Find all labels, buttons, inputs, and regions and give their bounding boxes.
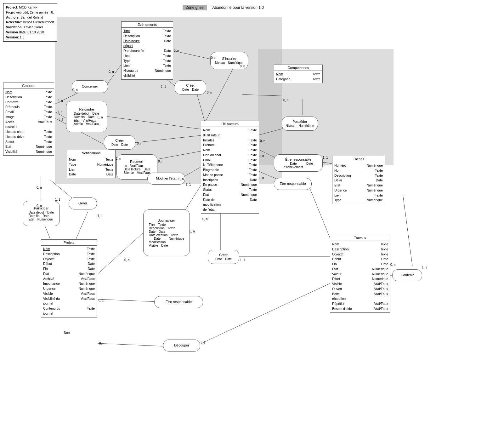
card-gerer-right: 1, 1 <box>98 214 103 218</box>
svg-line-33 <box>201 283 330 343</box>
card-modif-right: 0, n <box>178 177 184 181</box>
utilisateurs-title: Utilisateurs <box>201 121 259 127</box>
card-comp-poss: 0, n <box>283 99 289 102</box>
card-etreresp-t-right: 0, 1 <box>323 162 328 166</box>
relation-decouper: Découper <box>163 340 200 352</box>
relation-journaliser: Journaliser TitreTexte DescriptionTexte … <box>143 209 190 256</box>
card-part-right: 0, n <box>37 204 42 208</box>
card-groupes-concerner-left: 0, n <box>58 99 63 103</box>
svg-line-32 <box>98 343 168 346</box>
card-contenir-right: 1, 1 <box>422 266 427 270</box>
relation-posseder: Posséder NiveauNumérique <box>282 117 318 131</box>
gerer-title: Gérer <box>78 201 87 205</box>
groupes-title: Groupes <box>3 83 54 89</box>
card-creer-grut-right: 0, n <box>207 91 212 94</box>
authors-value: Samuel Roland <box>20 15 43 19</box>
card-notif-recevleft: 1, n <box>116 157 121 160</box>
card-sinscrire-ut: 0, n <box>240 65 245 68</box>
projets-body: NomTexte DescriptionTexte ObjectifTexte … <box>41 246 97 317</box>
relation-creer-ut-tr: Créer DateDate <box>208 250 239 264</box>
card-gerer-left: 1, 1 <box>55 198 60 201</box>
entity-projets: Projets NomTexte DescriptionTexte Object… <box>41 239 97 317</box>
journaliser-title: Journaliser <box>158 219 175 222</box>
card-recev-ut: 0, n <box>158 160 163 163</box>
competences-title: Compétences <box>274 65 322 71</box>
entity-taches: Tâches NuméroNumérique NomTexte Descript… <box>332 156 385 204</box>
notifications-body: NomTexte TypeNumérique LienTexte DateDat… <box>67 156 115 178</box>
version-date-label: Version date <box>6 30 25 34</box>
etre-responsable-p-title: Être responsable <box>166 300 192 304</box>
card-journal-left: 0, n <box>124 258 130 262</box>
concerner-title: Concerner <box>82 84 98 88</box>
project-value: MCD KanFF <box>19 5 37 9</box>
relation-creer-gr-ut: Créer DateDate <box>175 80 206 94</box>
evenements-title: Evénements <box>122 22 173 28</box>
relecture-value: Benoit Pierrehumbert <box>23 20 54 24</box>
version-date-value: 01.10.2020 <box>27 30 44 34</box>
relecture-label: Relecture <box>6 20 21 24</box>
relation-etre-responsable-travaux: Être responsable <box>274 178 312 190</box>
svg-line-20 <box>76 211 88 240</box>
project-label: Project <box>6 5 17 9</box>
relation-etre-responsable-taches: Être responsable Dated'achèvementDate <box>274 154 323 172</box>
svg-line-26 <box>307 181 331 239</box>
card-creer-evgr-left: 1, 1 <box>58 118 64 122</box>
card-creer-grut-left: 1, 1 <box>161 85 166 89</box>
card-modif-left: 1, 1 <box>186 183 191 186</box>
sinscrire-body: NiveauNumérique <box>215 61 243 65</box>
utilisateurs-body: Nomd'utilisateurTexte InitialesTexte Pré… <box>201 127 259 213</box>
groupes-body: NomTexte DescriptionTexte ContexteTexte … <box>3 89 54 155</box>
entity-notifications: Notifications NomTexte TypeNumérique Lie… <box>67 150 116 178</box>
evenements-body: TitreTexte DescriptionTexte Date/heuredé… <box>122 28 173 79</box>
projets-title: Projets <box>41 240 97 246</box>
creer-gr-ut-title: Créer <box>186 83 195 87</box>
card-creer-evgr-right: 0, n <box>137 142 142 145</box>
validation-label: Validation <box>6 25 22 29</box>
authors-label: Authors <box>6 15 19 19</box>
relation-gerer: Gérer <box>69 197 97 209</box>
legend: Zone grise = Abandonné pour la version 1… <box>183 5 264 10</box>
travaux-body: NomTexte DescriptionTexte ObjectifTexte … <box>330 241 390 312</box>
card-rejoin-groupes: 1, n <box>57 110 63 114</box>
card-creer-uttr-top: 0, n <box>202 217 208 221</box>
svg-line-21 <box>98 230 146 274</box>
card-etreresp-p-left: 0, 1 <box>99 299 104 302</box>
card-poss-ut: 0, n <box>260 139 265 143</box>
travaux-title: Travaux <box>330 235 390 241</box>
taches-title: Tâches <box>332 156 385 162</box>
version-value: 1.3 <box>20 35 25 39</box>
etre-responsable-tr-title: Être responsable <box>280 182 306 186</box>
card-etreresp-tt: 1, 1 <box>323 156 328 159</box>
entity-utilisateurs: Utilisateurs Nomd'utilisateurTexte Initi… <box>201 121 259 214</box>
card-sinscrire-ev: 0, n <box>211 56 216 60</box>
taches-body: NuméroNumérique NomTexte DescriptionText… <box>332 162 385 204</box>
sinscrire-title: S'inscrire <box>222 57 236 60</box>
relation-contenir: Contenir <box>392 269 422 281</box>
version-label: Version <box>6 35 18 39</box>
etre-responsable-t-title: Être responsable <box>285 157 311 161</box>
contenir-title: Contenir <box>401 273 414 277</box>
rejoindre-title: Rejoindre <box>79 107 94 111</box>
creer-ut-tr-title: Créer <box>219 253 228 257</box>
card-ev-sinscrire: 0, n <box>174 49 179 52</box>
card-decouper-left: 0, n <box>99 342 105 345</box>
card-contenir-left: 0, n <box>390 263 396 266</box>
card-non-label: Non <box>64 331 70 334</box>
entity-evenements: Evénements TitreTexte DescriptionTexte D… <box>121 21 173 80</box>
modifier-etat-title: Modifier l'état <box>156 176 176 180</box>
card-decouper-right: 1, 1 <box>200 341 206 345</box>
info-line2: Projet web bdd, 2ème année T8. <box>6 10 54 14</box>
competences-body: NomTexte CatégorieTexte <box>274 71 322 83</box>
relation-creer-ev-gr: Créer DateDate <box>104 135 135 150</box>
posseder-title: Posséder <box>292 120 307 123</box>
entity-competences: Compétences NomTexte CatégorieTexte <box>274 65 323 83</box>
card-etreresp-t-left: 0, n <box>259 154 264 158</box>
svg-line-27 <box>98 299 157 302</box>
card-concerner-ev: 0, n <box>109 70 114 73</box>
decouper-title: Découper <box>174 343 189 347</box>
card-creer-uttr-right: 1, 1 <box>240 258 245 262</box>
card-etreresp-tr-left: 0, n <box>259 176 264 180</box>
validation-value: Xavier Carrel <box>23 25 42 29</box>
info-box: Project: MCD KanFF Projet web bdd, 2ème … <box>3 3 57 42</box>
card-journal-right: 0, n <box>190 230 195 233</box>
